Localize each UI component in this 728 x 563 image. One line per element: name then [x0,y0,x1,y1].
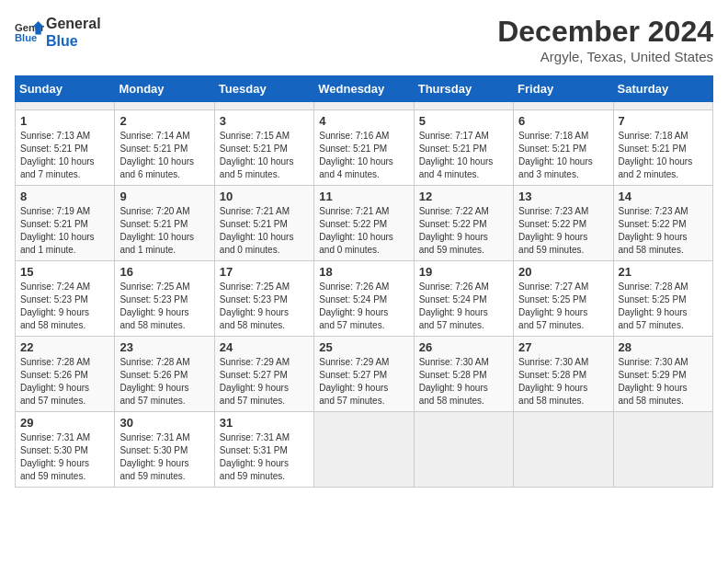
day-info: Sunrise: 7:24 AM Sunset: 5:23 PM Dayligh… [20,281,109,332]
calendar-day-header: Wednesday [314,76,414,102]
calendar-cell [314,412,414,488]
day-info: Sunrise: 7:22 AM Sunset: 5:22 PM Dayligh… [419,205,508,257]
day-number: 23 [119,340,209,354]
day-number: 19 [419,265,508,279]
day-info: Sunrise: 7:25 AM Sunset: 5:23 PM Dayligh… [119,281,209,332]
day-number: 12 [419,190,508,203]
day-number: 5 [419,114,508,128]
calendar-cell [414,412,513,488]
day-number: 24 [220,340,309,354]
day-number: 13 [518,190,608,203]
day-number: 29 [20,416,109,430]
day-info: Sunrise: 7:18 AM Sunset: 5:21 PM Dayligh… [619,130,708,181]
calendar-cell: 6Sunrise: 7:18 AM Sunset: 5:21 PM Daylig… [514,110,613,186]
day-info: Sunrise: 7:20 AM Sunset: 5:21 PM Dayligh… [119,205,209,257]
day-info: Sunrise: 7:30 AM Sunset: 5:29 PM Dayligh… [619,356,708,408]
day-info: Sunrise: 7:26 AM Sunset: 5:24 PM Dayligh… [419,281,508,332]
day-info: Sunrise: 7:23 AM Sunset: 5:22 PM Dayligh… [518,205,608,257]
calendar-table: SundayMondayTuesdayWednesdayThursdayFrid… [15,75,713,488]
page-container: General Blue General Blue December 2024 … [15,15,713,488]
day-number: 22 [20,340,109,354]
day-number: 14 [619,190,708,203]
day-number: 4 [319,114,408,128]
day-info: Sunrise: 7:26 AM Sunset: 5:24 PM Dayligh… [319,281,408,332]
calendar-header-row: SundayMondayTuesdayWednesdayThursdayFrid… [16,76,713,102]
calendar-cell: 30Sunrise: 7:31 AM Sunset: 5:30 PM Dayli… [115,412,214,488]
day-info: Sunrise: 7:31 AM Sunset: 5:30 PM Dayligh… [20,431,109,483]
calendar-cell [115,102,214,110]
day-number: 20 [518,265,608,279]
day-number: 17 [220,265,309,279]
day-number: 26 [419,340,508,354]
calendar-cell: 8Sunrise: 7:19 AM Sunset: 5:21 PM Daylig… [16,186,115,261]
calendar-cell: 25Sunrise: 7:29 AM Sunset: 5:27 PM Dayli… [314,337,414,412]
calendar-cell: 7Sunrise: 7:18 AM Sunset: 5:21 PM Daylig… [613,110,712,186]
calendar-cell: 18Sunrise: 7:26 AM Sunset: 5:24 PM Dayli… [314,261,414,337]
day-info: Sunrise: 7:18 AM Sunset: 5:21 PM Dayligh… [518,130,608,181]
day-info: Sunrise: 7:15 AM Sunset: 5:21 PM Dayligh… [220,130,309,181]
calendar-week-row: 22Sunrise: 7:28 AM Sunset: 5:26 PM Dayli… [16,337,713,412]
calendar-cell: 16Sunrise: 7:25 AM Sunset: 5:23 PM Dayli… [115,261,214,337]
day-number: 2 [119,114,209,128]
calendar-cell: 28Sunrise: 7:30 AM Sunset: 5:29 PM Dayli… [613,337,712,412]
calendar-cell [16,102,115,110]
calendar-cell [514,102,613,110]
location-title: Argyle, Texas, United States [497,49,713,64]
day-info: Sunrise: 7:25 AM Sunset: 5:23 PM Dayligh… [220,281,309,332]
calendar-cell [314,102,414,110]
day-info: Sunrise: 7:30 AM Sunset: 5:28 PM Dayligh… [419,356,508,408]
calendar-cell: 1Sunrise: 7:13 AM Sunset: 5:21 PM Daylig… [16,110,115,186]
day-number: 1 [20,114,109,128]
calendar-cell: 29Sunrise: 7:31 AM Sunset: 5:30 PM Dayli… [16,412,115,488]
calendar-cell: 14Sunrise: 7:23 AM Sunset: 5:22 PM Dayli… [613,186,712,261]
calendar-week-row: 8Sunrise: 7:19 AM Sunset: 5:21 PM Daylig… [16,186,713,261]
calendar-cell: 5Sunrise: 7:17 AM Sunset: 5:21 PM Daylig… [414,110,513,186]
calendar-cell: 27Sunrise: 7:30 AM Sunset: 5:28 PM Dayli… [514,337,613,412]
calendar-cell: 15Sunrise: 7:24 AM Sunset: 5:23 PM Dayli… [16,261,115,337]
logo-general: General [46,15,101,32]
day-info: Sunrise: 7:13 AM Sunset: 5:21 PM Dayligh… [20,130,109,181]
calendar-week-row: 15Sunrise: 7:24 AM Sunset: 5:23 PM Dayli… [16,261,713,337]
logo: General Blue General Blue [15,15,101,50]
day-number: 6 [518,114,608,128]
day-number: 11 [319,190,408,203]
calendar-cell: 19Sunrise: 7:26 AM Sunset: 5:24 PM Dayli… [414,261,513,337]
calendar-day-header: Tuesday [214,76,313,102]
calendar-cell [414,102,513,110]
calendar-cell [613,412,712,488]
calendar-week-row [16,102,713,110]
day-info: Sunrise: 7:14 AM Sunset: 5:21 PM Dayligh… [119,130,209,181]
calendar-day-header: Friday [514,76,613,102]
day-info: Sunrise: 7:19 AM Sunset: 5:21 PM Dayligh… [20,205,109,257]
calendar-cell: 23Sunrise: 7:28 AM Sunset: 5:26 PM Dayli… [115,337,214,412]
calendar-cell: 2Sunrise: 7:14 AM Sunset: 5:21 PM Daylig… [115,110,214,186]
header: General Blue General Blue December 2024 … [15,15,713,64]
calendar-day-header: Thursday [414,76,513,102]
day-number: 15 [20,265,109,279]
day-number: 28 [619,340,708,354]
day-info: Sunrise: 7:27 AM Sunset: 5:25 PM Dayligh… [518,281,608,332]
calendar-cell [514,412,613,488]
logo-blue: Blue [46,32,101,50]
day-info: Sunrise: 7:28 AM Sunset: 5:26 PM Dayligh… [20,356,109,408]
month-title: December 2024 [497,15,713,49]
calendar-cell: 22Sunrise: 7:28 AM Sunset: 5:26 PM Dayli… [16,337,115,412]
day-number: 3 [220,114,309,128]
day-number: 31 [220,416,309,430]
calendar-cell: 20Sunrise: 7:27 AM Sunset: 5:25 PM Dayli… [514,261,613,337]
day-number: 7 [619,114,708,128]
day-info: Sunrise: 7:29 AM Sunset: 5:27 PM Dayligh… [319,356,408,408]
calendar-cell: 24Sunrise: 7:29 AM Sunset: 5:27 PM Dayli… [214,337,313,412]
calendar-day-header: Monday [115,76,214,102]
day-info: Sunrise: 7:16 AM Sunset: 5:21 PM Dayligh… [319,130,408,181]
day-number: 16 [119,265,209,279]
calendar-cell: 13Sunrise: 7:23 AM Sunset: 5:22 PM Dayli… [514,186,613,261]
day-number: 27 [518,340,608,354]
calendar-day-header: Sunday [16,76,115,102]
calendar-cell: 4Sunrise: 7:16 AM Sunset: 5:21 PM Daylig… [314,110,414,186]
day-info: Sunrise: 7:30 AM Sunset: 5:28 PM Dayligh… [518,356,608,408]
calendar-day-header: Saturday [613,76,712,102]
day-info: Sunrise: 7:29 AM Sunset: 5:27 PM Dayligh… [220,356,309,408]
day-info: Sunrise: 7:21 AM Sunset: 5:22 PM Dayligh… [319,205,408,257]
calendar-cell: 10Sunrise: 7:21 AM Sunset: 5:21 PM Dayli… [214,186,313,261]
